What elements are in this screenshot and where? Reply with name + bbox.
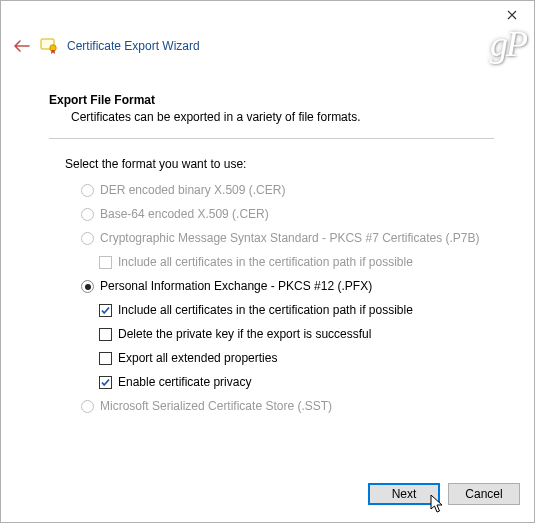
label-pkcs7-chain: Include all certificates in the certific… [118, 255, 413, 270]
label-pfx-privacy: Enable certificate privacy [118, 375, 251, 390]
radio-pkcs7 [81, 232, 94, 245]
option-pfx-extended[interactable]: Export all extended properties [99, 351, 494, 366]
checkbox-pfx-delete[interactable] [99, 328, 112, 341]
option-pfx-include-chain[interactable]: Include all certificates in the certific… [99, 303, 494, 318]
option-pkcs7: Cryptographic Message Syntax Standard - … [81, 231, 494, 246]
back-button[interactable] [11, 35, 33, 57]
section-heading: Export File Format [49, 93, 494, 107]
label-base64: Base-64 encoded X.509 (.CER) [100, 207, 269, 222]
check-icon [100, 305, 111, 316]
close-button[interactable] [489, 1, 534, 29]
label-sst: Microsoft Serialized Certificate Store (… [100, 399, 332, 414]
label-der: DER encoded binary X.509 (.CER) [100, 183, 285, 198]
content-area: Export File Format Certificates can be e… [1, 63, 534, 474]
option-pfx-privacy[interactable]: Enable certificate privacy [99, 375, 494, 390]
divider [49, 138, 494, 139]
certificate-icon [39, 36, 59, 56]
close-icon [507, 10, 517, 20]
header-row: Certificate Export Wizard gP [1, 31, 534, 63]
next-button[interactable]: Next [368, 483, 440, 505]
option-pfx[interactable]: Personal Information Exchange - PKCS #12… [81, 279, 494, 294]
radio-base64 [81, 208, 94, 221]
label-pfx-delete: Delete the private key if the export is … [118, 327, 371, 342]
cancel-button[interactable]: Cancel [448, 483, 520, 505]
radio-der [81, 184, 94, 197]
checkbox-pfx-chain[interactable] [99, 304, 112, 317]
checkbox-pkcs7-chain [99, 256, 112, 269]
label-pkcs7: Cryptographic Message Syntax Standard - … [100, 231, 480, 246]
option-pkcs7-include-chain: Include all certificates in the certific… [99, 255, 494, 270]
section-subtext: Certificates can be exported in a variet… [71, 110, 494, 124]
option-der: DER encoded binary X.509 (.CER) [81, 183, 494, 198]
label-pfx-extended: Export all extended properties [118, 351, 277, 366]
radio-pfx[interactable] [81, 280, 94, 293]
radio-sst [81, 400, 94, 413]
option-sst: Microsoft Serialized Certificate Store (… [81, 399, 494, 414]
checkbox-pfx-privacy[interactable] [99, 376, 112, 389]
format-options: DER encoded binary X.509 (.CER) Base-64 … [81, 183, 494, 414]
wizard-window: Certificate Export Wizard gP Export File… [0, 0, 535, 523]
check-icon [100, 377, 111, 388]
back-arrow-icon [14, 40, 30, 52]
footer: Next Cancel [1, 474, 534, 522]
label-pfx: Personal Information Exchange - PKCS #12… [100, 279, 372, 294]
label-pfx-chain: Include all certificates in the certific… [118, 303, 413, 318]
format-prompt: Select the format you want to use: [65, 157, 494, 171]
wizard-title: Certificate Export Wizard [67, 39, 200, 53]
checkbox-pfx-extended[interactable] [99, 352, 112, 365]
option-base64: Base-64 encoded X.509 (.CER) [81, 207, 494, 222]
titlebar [1, 1, 534, 31]
option-pfx-delete-key[interactable]: Delete the private key if the export is … [99, 327, 494, 342]
